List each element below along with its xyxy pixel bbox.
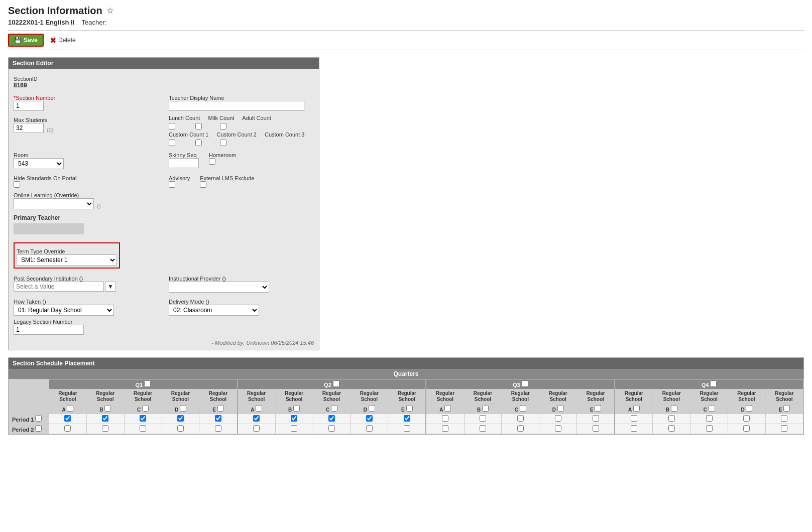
q1-d-checkbox[interactable] bbox=[180, 405, 186, 412]
q2-b-period-2-checkbox[interactable] bbox=[291, 425, 297, 432]
lunch-count-label: Lunch Count bbox=[169, 115, 200, 121]
q4-b-checkbox[interactable] bbox=[671, 405, 677, 412]
q3-school-c: RegularSchool bbox=[502, 389, 539, 404]
q4-a-period-2-checkbox[interactable] bbox=[631, 425, 637, 432]
q1-e-period-1-checkbox[interactable] bbox=[215, 415, 221, 422]
q3-d-period-2-checkbox[interactable] bbox=[555, 425, 561, 432]
legacy-section-input[interactable] bbox=[14, 325, 84, 335]
q2-a-period-1-checkbox[interactable] bbox=[253, 415, 260, 422]
max-students-input[interactable] bbox=[14, 123, 44, 133]
milk-count-checkbox[interactable] bbox=[195, 123, 202, 129]
q2-c-period-2-checkbox[interactable] bbox=[328, 425, 335, 432]
q1-b-period-1 bbox=[86, 414, 124, 424]
q4-checkbox[interactable] bbox=[710, 380, 717, 387]
section-number-input[interactable] bbox=[14, 101, 44, 111]
adult-count-checkbox[interactable] bbox=[220, 123, 226, 129]
q4-d-checkbox[interactable] bbox=[746, 405, 752, 412]
q2-e-period-1-checkbox[interactable] bbox=[404, 415, 410, 422]
q3-e-period-2-checkbox[interactable] bbox=[593, 425, 599, 432]
lunch-count-checkbox[interactable] bbox=[169, 123, 175, 129]
q3-c-period-2-checkbox[interactable] bbox=[517, 425, 524, 432]
hide-standards-checkbox[interactable] bbox=[14, 181, 20, 188]
q2-e-checkbox[interactable] bbox=[406, 405, 413, 412]
q1-c-checkbox[interactable] bbox=[142, 405, 149, 412]
q1-b-period-1-checkbox[interactable] bbox=[102, 415, 108, 422]
skinny-seq-input[interactable] bbox=[169, 158, 199, 168]
q4-d-period-1-checkbox[interactable] bbox=[743, 415, 750, 422]
period-2-row-checkbox[interactable] bbox=[35, 425, 42, 432]
q3-checkbox[interactable] bbox=[522, 380, 528, 387]
q1-d-period-1-checkbox[interactable] bbox=[177, 415, 184, 422]
q2-c-checkbox[interactable] bbox=[331, 405, 337, 412]
q3-b-period-1-checkbox[interactable] bbox=[480, 415, 486, 422]
save-button[interactable]: 💾 Save bbox=[8, 34, 44, 47]
q1-a-period-2-checkbox[interactable] bbox=[64, 425, 71, 432]
q4-c-checkbox[interactable] bbox=[709, 405, 715, 412]
q2-a-period-2-checkbox[interactable] bbox=[253, 425, 260, 432]
advisory-checkbox[interactable] bbox=[169, 181, 175, 188]
q2-d-period-1-checkbox[interactable] bbox=[366, 415, 373, 422]
external-lms-checkbox[interactable] bbox=[200, 181, 206, 188]
homeroom-checkbox[interactable] bbox=[209, 158, 215, 165]
delivery-mode-select[interactable]: 02: Classroom bbox=[169, 305, 259, 316]
q3-d-period-1-checkbox[interactable] bbox=[555, 415, 561, 422]
teacher-display-name-input[interactable] bbox=[169, 101, 304, 111]
q3-a-checkbox[interactable] bbox=[444, 405, 451, 412]
page-subtitle: 10222X01-1 English II Teacher: bbox=[8, 19, 804, 26]
q3-c-checkbox[interactable] bbox=[520, 405, 526, 412]
q1-b-period-2-checkbox[interactable] bbox=[102, 425, 108, 432]
q2-d-period-2-checkbox[interactable] bbox=[366, 425, 373, 432]
delete-button[interactable]: ✖ Delete bbox=[50, 36, 76, 45]
custom-count-1-checkbox[interactable] bbox=[169, 140, 175, 146]
q3-a-period-1-checkbox[interactable] bbox=[442, 415, 448, 422]
section-number-col: *Section Number bbox=[14, 92, 159, 111]
q1-e-period-2-checkbox[interactable] bbox=[215, 425, 221, 432]
q3-d-checkbox[interactable] bbox=[557, 405, 564, 412]
q4-d-period-2-checkbox[interactable] bbox=[743, 425, 750, 432]
q2-c-period-1-checkbox[interactable] bbox=[328, 415, 335, 422]
q3-b-checkbox[interactable] bbox=[482, 405, 489, 412]
period-1-row-checkbox[interactable] bbox=[35, 415, 42, 422]
q4-c-period-2-checkbox[interactable] bbox=[706, 425, 713, 432]
q3-c-period-1-checkbox[interactable] bbox=[517, 415, 524, 422]
instructional-provider-select[interactable] bbox=[169, 282, 269, 293]
q4-c-period-1-checkbox[interactable] bbox=[706, 415, 713, 422]
q4-e-checkbox[interactable] bbox=[783, 405, 790, 412]
custom-count-2-item: Custom Count 2 bbox=[216, 131, 256, 138]
advisory-lms-col: Advisory External LMS Exclude bbox=[169, 172, 314, 189]
q1-c-period-1-checkbox[interactable] bbox=[140, 415, 146, 422]
q4-b-period-2-checkbox[interactable] bbox=[668, 425, 675, 432]
custom-count-2-checkbox[interactable] bbox=[195, 140, 202, 146]
term-type-select[interactable]: SM1: Semester 1 bbox=[17, 254, 117, 265]
q1-b-checkbox[interactable] bbox=[104, 405, 111, 412]
q3-e-period-1-checkbox[interactable] bbox=[593, 415, 599, 422]
q4-a-period-1-checkbox[interactable] bbox=[631, 415, 637, 422]
q1-a-checkbox[interactable] bbox=[67, 405, 73, 412]
q1-a-period-1-checkbox[interactable] bbox=[64, 415, 71, 422]
q2-b-period-1-checkbox[interactable] bbox=[291, 415, 297, 422]
post-secondary-dropdown-icon[interactable]: ▼ bbox=[105, 282, 116, 292]
q2-checkbox[interactable] bbox=[333, 380, 339, 387]
q4-e-period-1-checkbox[interactable] bbox=[781, 415, 787, 422]
q1-e-checkbox[interactable] bbox=[217, 405, 224, 412]
q3-e-checkbox[interactable] bbox=[595, 405, 601, 412]
q1-checkbox[interactable] bbox=[144, 380, 151, 387]
online-learning-select[interactable] bbox=[14, 198, 94, 209]
q4-b-period-1-checkbox[interactable] bbox=[668, 415, 675, 422]
q2-a-checkbox[interactable] bbox=[256, 405, 262, 412]
q1-c-period-2-checkbox[interactable] bbox=[140, 425, 146, 432]
q4-e-period-2-checkbox[interactable] bbox=[781, 425, 787, 432]
room-select[interactable]: 543 bbox=[14, 158, 64, 169]
how-taken-select[interactable]: 01: Regular Day School bbox=[14, 305, 114, 316]
custom-count-3-checkbox[interactable] bbox=[220, 140, 226, 146]
q2-d-checkbox[interactable] bbox=[369, 405, 375, 412]
q2-b-checkbox[interactable] bbox=[293, 405, 300, 412]
favorite-star-icon[interactable]: ☆ bbox=[106, 6, 113, 16]
q2-e-period-2-checkbox[interactable] bbox=[404, 425, 410, 432]
delivery-mode-col: Delivery Mode () 02: Classroom bbox=[169, 296, 314, 316]
q3-a-period-2-checkbox[interactable] bbox=[442, 425, 448, 432]
post-secondary-input[interactable] bbox=[14, 282, 104, 292]
q3-b-period-2-checkbox[interactable] bbox=[480, 425, 486, 432]
q4-a-checkbox[interactable] bbox=[633, 405, 640, 412]
q1-d-period-2-checkbox[interactable] bbox=[177, 425, 184, 432]
